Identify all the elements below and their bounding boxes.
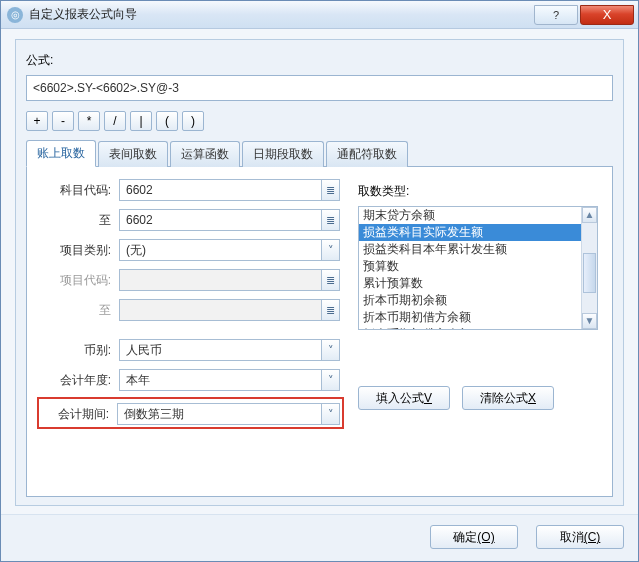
- cancel-button[interactable]: 取消(C): [536, 525, 624, 549]
- form-row-subject_to: 至6602≣: [41, 209, 340, 231]
- item_type-value: (无): [126, 242, 321, 259]
- operator-button-4[interactable]: |: [130, 111, 152, 131]
- fiscal_period-input[interactable]: 倒数第三期˅: [117, 403, 340, 425]
- list-item[interactable]: 预算数: [359, 258, 597, 275]
- insert-formula-button[interactable]: 填入公式V: [358, 386, 450, 410]
- subject_to-value: 6602: [126, 213, 321, 227]
- item_to-input: ≣: [119, 299, 340, 321]
- main-panel: 公式: <6602>.SY-<6602>.SY@-3 +-*/|() 账上取数表…: [15, 39, 624, 506]
- scroll-thumb[interactable]: [583, 253, 596, 293]
- pick-type-listbox[interactable]: 期末贷方余额损益类科目实际发生额损益类科目本年累计发生额预算数累计预算数折本币期…: [358, 206, 598, 330]
- window-title: 自定义报表公式向导: [29, 6, 534, 23]
- list-item[interactable]: 折本币期初贷方余额: [359, 326, 597, 330]
- form-row-fiscal_year: 会计年度:本年˅: [41, 369, 340, 391]
- chevron-down-icon[interactable]: ˅: [321, 340, 339, 360]
- list-item[interactable]: 折本币期初余额: [359, 292, 597, 309]
- currency-label: 币别:: [41, 342, 111, 359]
- scroll-up-arrow[interactable]: ▲: [582, 207, 597, 223]
- close-button[interactable]: X: [580, 5, 634, 25]
- fiscal_period-label: 会计期间:: [39, 406, 109, 423]
- pick-label: 取数类型:: [358, 183, 598, 200]
- currency-value: 人民币: [126, 342, 321, 359]
- form-row-fiscal_period: 会计期间:倒数第三期˅: [37, 397, 344, 429]
- list-column: 取数类型: 期末贷方余额损益类科目实际发生额损益类科目本年累计发生额预算数累计预…: [358, 179, 598, 484]
- operator-button-0[interactable]: +: [26, 111, 48, 131]
- subject_code-input[interactable]: 6602≣: [119, 179, 340, 201]
- subject_to-input[interactable]: 6602≣: [119, 209, 340, 231]
- ok-button[interactable]: 确定(O): [430, 525, 518, 549]
- subject_code-label: 科目代码:: [41, 182, 111, 199]
- help-button[interactable]: ?: [534, 5, 578, 25]
- item_code-input: ≣: [119, 269, 340, 291]
- form-row-item_code: 项目代码:≣: [41, 269, 340, 291]
- scroll-down-arrow[interactable]: ▼: [582, 313, 597, 329]
- dialog-window: ◎ 自定义报表公式向导 ? X 公式: <6602>.SY-<6602>.SY@…: [0, 0, 639, 562]
- tab-body: 科目代码:6602≣至6602≣项目类别:(无)˅项目代码:≣至≣币别:人民币˅…: [26, 167, 613, 497]
- content-area: 公式: <6602>.SY-<6602>.SY@-3 +-*/|() 账上取数表…: [1, 29, 638, 514]
- list-item[interactable]: 期末贷方余额: [359, 207, 597, 224]
- fiscal_period-value: 倒数第三期: [124, 406, 321, 423]
- tab-t1[interactable]: 账上取数: [26, 140, 96, 167]
- item_to-label: 至: [41, 302, 111, 319]
- formula-input[interactable]: <6602>.SY-<6602>.SY@-3: [26, 75, 613, 101]
- tab-t3[interactable]: 运算函数: [170, 141, 240, 167]
- fiscal_year-value: 本年: [126, 372, 321, 389]
- app-icon: ◎: [7, 7, 23, 23]
- fiscal_year-label: 会计年度:: [41, 372, 111, 389]
- menu-icon[interactable]: ≣: [321, 210, 339, 230]
- tab-t2[interactable]: 表间取数: [98, 141, 168, 167]
- menu-icon[interactable]: ≣: [321, 180, 339, 200]
- list-item[interactable]: 损益类科目本年累计发生额: [359, 241, 597, 258]
- operator-row: +-*/|(): [26, 111, 613, 131]
- clear-formula-button[interactable]: 清除公式X: [462, 386, 554, 410]
- titlebar: ◎ 自定义报表公式向导 ? X: [1, 1, 638, 29]
- fiscal_year-input[interactable]: 本年˅: [119, 369, 340, 391]
- scrollbar[interactable]: ▲ ▼: [581, 207, 597, 329]
- item_code-label: 项目代码:: [41, 272, 111, 289]
- form-column: 科目代码:6602≣至6602≣项目类别:(无)˅项目代码:≣至≣币别:人民币˅…: [41, 179, 340, 484]
- operator-button-6[interactable]: ): [182, 111, 204, 131]
- subject_to-label: 至: [41, 212, 111, 229]
- subject_code-value: 6602: [126, 183, 321, 197]
- chevron-down-icon[interactable]: ˅: [321, 404, 339, 424]
- chevron-down-icon[interactable]: ˅: [321, 370, 339, 390]
- dialog-footer: 确定(O) 取消(C): [1, 514, 638, 561]
- chevron-down-icon[interactable]: ˅: [321, 240, 339, 260]
- menu-icon: ≣: [321, 270, 339, 290]
- currency-input[interactable]: 人民币˅: [119, 339, 340, 361]
- item_type-label: 项目类别:: [41, 242, 111, 259]
- tab-strip: 账上取数表间取数运算函数日期段取数通配符取数: [26, 139, 613, 167]
- menu-icon: ≣: [321, 300, 339, 320]
- operator-button-1[interactable]: -: [52, 111, 74, 131]
- operator-button-3[interactable]: /: [104, 111, 126, 131]
- formula-buttons: 填入公式V 清除公式X: [358, 386, 598, 410]
- formula-label: 公式:: [26, 52, 613, 69]
- form-row-subject_code: 科目代码:6602≣: [41, 179, 340, 201]
- list-item[interactable]: 损益类科目实际发生额: [359, 224, 597, 241]
- list-item[interactable]: 累计预算数: [359, 275, 597, 292]
- list-item[interactable]: 折本币期初借方余额: [359, 309, 597, 326]
- operator-button-2[interactable]: *: [78, 111, 100, 131]
- tab-t4[interactable]: 日期段取数: [242, 141, 324, 167]
- form-row-currency: 币别:人民币˅: [41, 339, 340, 361]
- item_type-input[interactable]: (无)˅: [119, 239, 340, 261]
- operator-button-5[interactable]: (: [156, 111, 178, 131]
- tab-t5[interactable]: 通配符取数: [326, 141, 408, 167]
- form-row-item_to: 至≣: [41, 299, 340, 321]
- scroll-track[interactable]: [582, 223, 597, 313]
- form-row-item_type: 项目类别:(无)˅: [41, 239, 340, 261]
